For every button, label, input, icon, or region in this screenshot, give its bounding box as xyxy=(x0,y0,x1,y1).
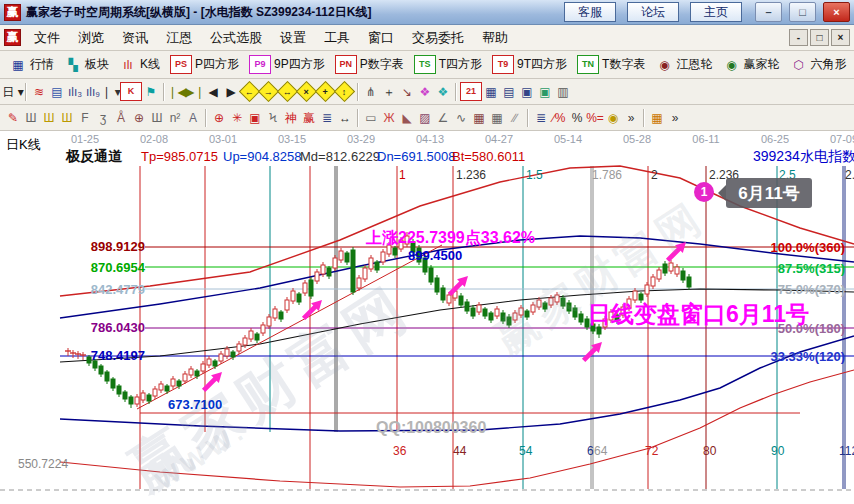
gold-comb-icon[interactable]: Ш xyxy=(40,109,58,126)
skip-first-icon[interactable]: ❘◀ xyxy=(168,83,186,100)
calendar-icon[interactable]: 21 xyxy=(460,82,482,101)
customer-service-button[interactable]: 客服 xyxy=(564,2,616,22)
gann-wheel-button[interactable]: ◉江恩轮 xyxy=(650,55,717,74)
period-day-dropdown[interactable]: 日 ▾ xyxy=(4,83,22,100)
note-icon[interactable]: ▤ xyxy=(48,83,66,100)
date-tick: 01-25 xyxy=(71,134,99,145)
pct-line-icon[interactable]: %= xyxy=(586,109,604,126)
save-icon[interactable]: ▣ xyxy=(518,83,536,100)
sector-blocks-button[interactable]: ▚板块 xyxy=(59,55,114,74)
pointer-line-icon[interactable]: ↘ xyxy=(398,83,416,100)
k-chart-icon[interactable]: K xyxy=(120,82,142,101)
event-badge[interactable]: 1 xyxy=(694,182,714,202)
star-icon[interactable]: ✳ xyxy=(228,109,246,126)
shen-comb-icon[interactable]: 神 xyxy=(282,109,300,126)
forum-button[interactable]: 论坛 xyxy=(627,2,679,22)
doc-minimize-button[interactable]: - xyxy=(789,29,808,46)
stock-name: 水电指数 xyxy=(800,149,854,163)
fan-icon[interactable]: ◣ xyxy=(398,109,416,126)
save-web-icon[interactable]: ▣ xyxy=(536,83,554,100)
print-icon[interactable]: ▥ xyxy=(554,83,572,100)
hand-icon[interactable]: ⋔ xyxy=(362,83,380,100)
comb-plain-icon[interactable]: Ш xyxy=(148,109,166,126)
menu-item-3[interactable]: 江恩 xyxy=(157,26,201,50)
zigzag-icon[interactable]: ≋ xyxy=(30,83,48,100)
spiral-icon[interactable]: ▣ xyxy=(246,109,264,126)
kprime-icon[interactable]: Ϟ xyxy=(264,109,282,126)
crosshair-icon[interactable]: ＋ xyxy=(380,83,398,100)
prev-bar-icon[interactable]: ◀ xyxy=(204,83,222,100)
overflow-chevron[interactable]: » xyxy=(622,109,640,126)
wheel-comb-icon[interactable]: ⊕ xyxy=(130,109,148,126)
gold-circle-icon[interactable]: ◉ xyxy=(604,109,622,126)
candle-style-dropdown[interactable]: ❘ ▾ xyxy=(102,83,120,100)
skip-last-icon[interactable]: ▶❘ xyxy=(186,83,204,100)
ortho-grid-icon[interactable]: ▦ xyxy=(648,109,666,126)
event-tooltip-arrow xyxy=(718,185,726,201)
menu-item-0[interactable]: 文件 xyxy=(25,26,69,50)
winner-wheel-button[interactable]: ◉赢家轮 xyxy=(717,55,784,74)
percent-icon[interactable]: % xyxy=(568,109,586,126)
gold-comb2-icon[interactable]: Ш xyxy=(58,109,76,126)
menu-item-7[interactable]: 窗口 xyxy=(359,26,403,50)
brush-icon[interactable]: ✎ xyxy=(4,109,22,126)
ruler123-icon[interactable]: ≣ xyxy=(532,109,550,126)
doc-close-button[interactable]: × xyxy=(831,29,850,46)
five-comb-icon[interactable]: ʒ xyxy=(94,109,112,126)
p-square-button[interactable]: PSP四方形 xyxy=(165,54,244,75)
notepad-icon[interactable]: ▤ xyxy=(500,83,518,100)
menu-item-9[interactable]: 帮助 xyxy=(473,26,517,50)
menu-item-6[interactable]: 工具 xyxy=(315,26,359,50)
f-comb-icon[interactable]: F xyxy=(76,109,94,126)
gann-comb-icon[interactable]: Ш xyxy=(22,109,40,126)
menu-item-2[interactable]: 资讯 xyxy=(113,26,157,50)
quotes-table-button[interactable]: ▦行情 xyxy=(4,55,59,74)
overflow-chevron-2[interactable]: » xyxy=(666,109,684,126)
t9-square-button[interactable]: T99T四方形 xyxy=(487,54,572,75)
menu-item-5[interactable]: 设置 xyxy=(271,26,315,50)
rect-tool-icon[interactable]: ▭ xyxy=(362,109,380,126)
angle-lines-icon[interactable]: ∠ xyxy=(434,109,452,126)
t-number-table-button[interactable]: TNT数字表 xyxy=(572,54,650,75)
winner-wheel-icon: ◉ xyxy=(722,56,740,73)
wave-icon[interactable]: ∿ xyxy=(452,109,470,126)
next-bar-icon[interactable]: ▶ xyxy=(222,83,240,100)
count-54: 54 xyxy=(519,445,532,457)
diamond-v-icon[interactable]: ↕ xyxy=(334,81,355,102)
channel-bt: Bt=580.6011 xyxy=(452,150,525,163)
figure-line-icon[interactable]: Å xyxy=(112,109,130,126)
t-square-button[interactable]: TST四方形 xyxy=(409,54,487,75)
cube-teal-icon[interactable]: ❖ xyxy=(434,83,452,100)
calculator-icon[interactable]: ▦ xyxy=(482,83,500,100)
homepage-button[interactable]: 主页 xyxy=(690,2,742,22)
maximize-button[interactable]: □ xyxy=(789,2,816,22)
cube-pink-icon[interactable]: ❖ xyxy=(416,83,434,100)
kline-button[interactable]: ılıK线 xyxy=(114,55,165,74)
menu-item-4[interactable]: 公式选股 xyxy=(201,26,271,50)
bars-3-icon[interactable]: ılı₃ xyxy=(66,83,84,100)
rays-icon[interactable]: Ж xyxy=(380,109,398,126)
minimize-button[interactable]: – xyxy=(755,2,782,22)
doc-restore-button[interactable]: □ xyxy=(810,29,829,46)
target-icon[interactable]: ⊕ xyxy=(210,109,228,126)
p-number-table-button[interactable]: PNP数字表 xyxy=(330,54,409,75)
grid-export-icon[interactable]: ▦ xyxy=(488,109,506,126)
flag-icon[interactable]: ⚑ xyxy=(142,83,160,100)
pct-slash-icon[interactable]: ∕% xyxy=(550,109,568,126)
measure-icon[interactable]: ↔ xyxy=(336,109,354,126)
a-slash-icon[interactable]: A xyxy=(184,109,202,126)
menu-item-1[interactable]: 浏览 xyxy=(69,26,113,50)
menu-item-8[interactable]: 交易委托 xyxy=(403,26,473,50)
n2-comb-icon[interactable]: n² xyxy=(166,109,184,126)
bars-9-icon[interactable]: ılı₉ xyxy=(84,83,102,100)
ying-comb-icon[interactable]: 赢 xyxy=(300,109,318,126)
kline-chart[interactable]: 赢家财富网赢家财富网WWW.01-2502-0803-0103-1503-290… xyxy=(0,131,854,504)
hexagon-button[interactable]: ⬡六角形 xyxy=(784,55,851,74)
grid-slash-icon[interactable]: ▨ xyxy=(416,109,434,126)
price-comb-icon[interactable]: ≣ xyxy=(318,109,336,126)
close-button[interactable]: × xyxy=(823,2,850,22)
slashes-icon[interactable]: ∕∕ xyxy=(506,109,524,126)
grid2-icon[interactable]: ▦ xyxy=(470,109,488,126)
p9-square-button[interactable]: P99P四方形 xyxy=(244,54,330,75)
toolbar-label: 9P四方形 xyxy=(274,56,325,73)
